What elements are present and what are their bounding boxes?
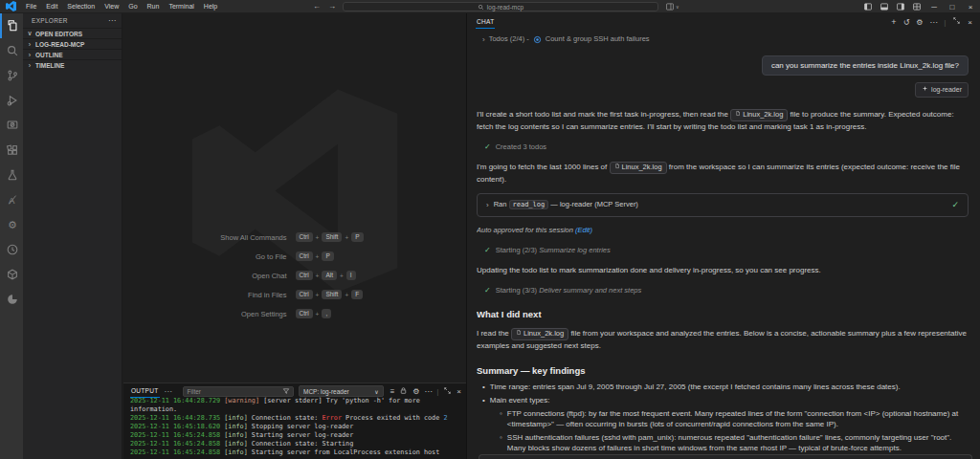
- sub-bullet-item: ◦FTP connections (ftpd): by far the most…: [500, 408, 969, 430]
- edit-link[interactable]: (Edit): [575, 226, 592, 234]
- toggle-panel-bottom-icon[interactable]: [880, 0, 889, 15]
- file-chip[interactable]: Linux_2k.log: [610, 162, 667, 174]
- sidebar-section-log-read-mcp[interactable]: ›LOG-READ-MCP: [23, 38, 122, 49]
- nav-back-icon[interactable]: ←: [313, 2, 321, 11]
- key-chip: Ctrl: [296, 271, 313, 280]
- minimize-button[interactable]: ─: [928, 3, 940, 11]
- toggle-panel-right-icon[interactable]: [896, 0, 905, 15]
- new-editor-button[interactable]: ∨: [665, 2, 679, 11]
- close-icon[interactable]: ×: [457, 387, 461, 396]
- key-chip: Ctrl: [296, 232, 313, 242]
- menu-terminal[interactable]: Terminal: [164, 0, 198, 13]
- toggle-panel-left-icon[interactable]: [863, 0, 873, 15]
- menu-selection[interactable]: Selection: [62, 0, 100, 13]
- tab-chat[interactable]: CHAT: [476, 15, 495, 29]
- extension-gear-icon[interactable]: ⚙: [0, 212, 23, 237]
- menu-help[interactable]: Help: [199, 0, 222, 13]
- menu-view[interactable]: View: [100, 0, 123, 13]
- source-control-icon[interactable]: [0, 63, 23, 88]
- chevron-icon: ∨: [27, 30, 33, 37]
- shortcut-label: Open Chat: [170, 272, 287, 280]
- explorer-icon[interactable]: [0, 13, 23, 38]
- extensions-icon[interactable]: [0, 138, 23, 163]
- menu-go[interactable]: Go: [123, 0, 142, 13]
- expand-icon[interactable]: [443, 386, 452, 397]
- file-chip[interactable]: Linux_2k.log: [511, 328, 568, 340]
- tool-call-box[interactable]: ›Ran read_log — log-reader (MCP Server)✓: [477, 193, 969, 217]
- shortcut-row: Show All CommandsCtrl+Shift+P: [123, 232, 466, 242]
- badge-label: log-reader: [931, 85, 962, 95]
- sidebar-section-outline[interactable]: ›OUTLINE: [23, 49, 122, 59]
- close-icon[interactable]: ×: [968, 17, 972, 27]
- menu-edit[interactable]: Edit: [41, 0, 62, 13]
- history-icon[interactable]: ↺: [903, 17, 910, 27]
- shortcut-label: Go to File: [170, 252, 287, 261]
- key-chip: Alt: [322, 271, 337, 280]
- extension-pie-icon[interactable]: [0, 287, 23, 312]
- panel-more-icon[interactable]: ⋯: [165, 387, 172, 396]
- shortcut-label: Show All Commands: [170, 233, 287, 242]
- key-chip: I: [346, 271, 356, 280]
- log-line: 2025-12-11 16:45:24.858 [info] Connectio…: [130, 440, 466, 448]
- extension-clock-icon[interactable]: [0, 237, 23, 262]
- section-label: TIMELINE: [35, 62, 64, 69]
- run-debug-icon[interactable]: [0, 88, 23, 113]
- more-icon[interactable]: ⋯: [930, 17, 938, 27]
- file-icon: [735, 110, 741, 120]
- chevron-down-icon: ∨: [676, 4, 679, 10]
- command-center-search[interactable]: log-read-mcp: [343, 2, 658, 11]
- file-icon: [614, 163, 620, 173]
- more-icon[interactable]: ⋯: [425, 387, 433, 396]
- todos-header[interactable]: › Todos (2/4) - Count & group SSH auth f…: [482, 34, 969, 46]
- extension-package-icon[interactable]: [0, 262, 23, 287]
- output-log[interactable]: 2025-12-11 16:44:28.729 [warning] [serve…: [123, 397, 466, 457]
- section-label: OUTLINE: [35, 52, 63, 58]
- key-chip: F: [351, 290, 363, 299]
- lock-icon[interactable]: [399, 386, 408, 397]
- output-channel-select[interactable]: MCP: log-reader ∨: [299, 385, 384, 397]
- filter-funnel-icon: [282, 387, 290, 395]
- in-progress-icon: [533, 35, 542, 44]
- expand-icon[interactable]: [952, 16, 961, 27]
- log-line: 2025-12-11 16:44:28.729 [warning] [serve…: [130, 397, 466, 405]
- word-wrap-icon[interactable]: ≡: [390, 387, 395, 396]
- sidebar-more-icon[interactable]: ⋯: [108, 16, 116, 25]
- tab-output[interactable]: OUTPUT: [130, 385, 160, 398]
- assistant-paragraph: I'll create a short todo list and mark t…: [477, 109, 969, 132]
- close-window-button[interactable]: ×: [965, 3, 976, 11]
- check-icon: ✓: [484, 142, 491, 153]
- bullet-item: •Main event types:: [482, 395, 969, 406]
- key-chip: P: [351, 232, 363, 242]
- menu-file[interactable]: File: [21, 0, 41, 13]
- section-heading: What I did next: [477, 308, 969, 321]
- log-line: information.: [130, 405, 466, 414]
- extension-a-icon[interactable]: A: [0, 187, 23, 212]
- output-filter-input[interactable]: Filter: [183, 386, 294, 397]
- settings-gear-icon[interactable]: ⚙: [916, 17, 923, 27]
- file-chip[interactable]: Linux_2k.log: [730, 109, 788, 121]
- vscode-logo-icon: [6, 1, 16, 11]
- shortcut-row: Find in FilesCtrl+Shift+F: [123, 290, 466, 299]
- menu-run[interactable]: Run: [143, 0, 165, 13]
- filter-placeholder: Filter: [188, 388, 201, 395]
- testing-icon[interactable]: [0, 163, 23, 187]
- chat-input[interactable]: [479, 454, 972, 459]
- remote-explorer-icon[interactable]: [0, 113, 23, 138]
- assistant-paragraph: I'm going to fetch the last 1000 lines o…: [477, 162, 969, 185]
- mcp-server-badge[interactable]: log-reader: [915, 82, 969, 98]
- menu-bar: FileEditSelectionViewGoRunTerminalHelp: [21, 0, 222, 13]
- sidebar-section-open-editors[interactable]: ∨OPEN EDITORS: [23, 28, 122, 38]
- customize-layout-icon[interactable]: [912, 0, 922, 15]
- search-icon[interactable]: [0, 38, 23, 63]
- plus-separator: +: [345, 234, 348, 241]
- title-bar: FileEditSelectionViewGoRunTerminalHelp ←…: [0, 0, 980, 13]
- section-heading: Summary — key findings: [477, 364, 969, 378]
- sidebar-section-timeline[interactable]: ›TIMELINE: [23, 59, 122, 70]
- assistant-paragraph: Updating the todo list to mark summariza…: [477, 265, 969, 276]
- new-chat-icon[interactable]: +: [891, 17, 896, 27]
- chat-conversation[interactable]: › Todos (2/4) - Count & group SSH auth f…: [477, 31, 969, 455]
- gear-icon[interactable]: ⚙: [412, 387, 419, 396]
- maximize-button[interactable]: □: [947, 3, 958, 11]
- nav-forward-icon[interactable]: →: [328, 2, 336, 11]
- chevron-right-icon: ›: [482, 34, 485, 46]
